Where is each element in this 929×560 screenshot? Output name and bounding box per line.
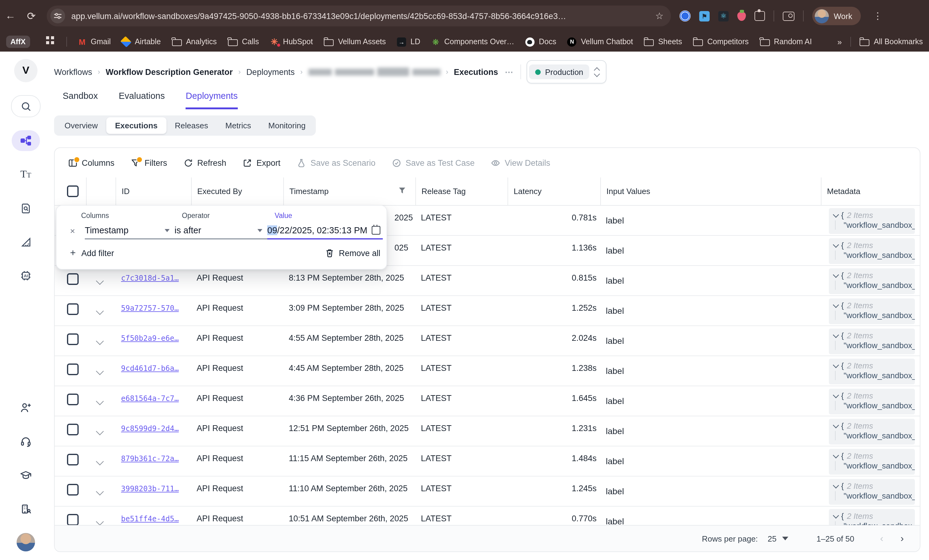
sidebar-item-support[interactable] [12, 431, 40, 452]
subtab-monitoring[interactable]: Monitoring [260, 117, 314, 134]
user-avatar[interactable] [17, 533, 35, 551]
sidebar-item-ai-models[interactable]: AI [12, 265, 40, 286]
environment-select[interactable]: Production [527, 60, 606, 84]
side-search-icon[interactable] [783, 11, 794, 21]
execution-id-link[interactable]: be51ff4e-4d5… [121, 514, 179, 523]
breadcrumb-overflow-button[interactable]: ⋯ [505, 67, 514, 77]
execution-id-link[interactable]: 9c8599d9-2d4… [121, 424, 179, 433]
subtab-executions[interactable]: Executions [106, 117, 166, 134]
filter-operator-select[interactable]: is after [175, 222, 267, 239]
columns-button[interactable]: Columns [68, 158, 115, 167]
breadcrumb-workflow-name[interactable]: Workflow Description Generator [106, 67, 233, 77]
sidebar-item-documents[interactable] [12, 198, 40, 219]
add-filter-button[interactable]: +Add filter [70, 248, 114, 259]
save-as-scenario-button[interactable]: Save as Scenario [297, 158, 376, 167]
metadata-json-preview[interactable]: {2 Items "workflow_sandbox_ [829, 359, 915, 384]
row-checkbox[interactable] [67, 393, 79, 405]
vellum-logo[interactable]: V [14, 59, 37, 82]
json-collapse-icon[interactable] [833, 211, 839, 217]
sidebar-item-organization[interactable] [12, 499, 40, 519]
tab-deployments[interactable]: Deployments [185, 91, 238, 109]
header-executed-by[interactable]: Executed By [191, 177, 283, 205]
apps-grid-icon[interactable] [46, 36, 49, 39]
metadata-json-preview[interactable]: {2 Items "workflow_sandbox_ [829, 449, 915, 475]
json-collapse-icon[interactable] [833, 482, 839, 488]
bookmark-item[interactable]: Calls [228, 37, 259, 46]
sidebar-item-invite[interactable] [12, 397, 40, 418]
bookmark-item[interactable]: Vellum Chatbot [567, 37, 633, 46]
metadata-json-preview[interactable]: {2 Items "workflow_sandbox_ [829, 268, 915, 294]
json-collapse-icon[interactable] [833, 332, 839, 338]
execution-id-link[interactable]: 879b361c-72a… [121, 454, 179, 463]
json-collapse-icon[interactable] [833, 301, 839, 308]
execution-id-link[interactable]: c7c3018d-5a1… [121, 274, 179, 283]
site-settings-icon[interactable] [51, 9, 65, 23]
expand-chevron-icon[interactable] [96, 337, 104, 345]
bookmark-item[interactable]: LD [397, 37, 420, 46]
filters-button[interactable]: Filters [131, 158, 167, 167]
row-checkbox[interactable] [67, 334, 79, 345]
sidebar-item-evaluations[interactable] [12, 231, 40, 252]
header-latency[interactable]: Latency [507, 177, 600, 205]
sidebar-item-workflows[interactable] [12, 130, 40, 151]
select-all-checkbox[interactable] [67, 185, 79, 197]
next-page-button[interactable]: › [900, 533, 904, 544]
execution-id-link[interactable]: 59a72757-570… [121, 304, 179, 312]
header-input-values[interactable]: Input Values [600, 177, 821, 205]
filter-column-select[interactable]: Timestamp [85, 222, 175, 239]
expand-chevron-icon[interactable] [96, 518, 104, 525]
expand-chevron-icon[interactable] [96, 307, 104, 315]
export-button[interactable]: Export [243, 158, 281, 167]
expand-chevron-icon[interactable] [96, 397, 104, 405]
metadata-json-preview[interactable]: {2 Items "workflow_sandbox_ [829, 298, 915, 324]
breadcrumb-workflows[interactable]: Workflows [54, 67, 92, 77]
datetime-selected-segment[interactable]: 09 [267, 225, 277, 235]
execution-id-link[interactable]: 3998203b-711… [121, 485, 179, 493]
row-checkbox[interactable] [67, 484, 79, 496]
flag-extension-icon[interactable]: ⚑ [699, 11, 710, 21]
json-collapse-icon[interactable] [833, 392, 839, 398]
header-id[interactable]: ID [115, 177, 191, 205]
address-bar[interactable]: app.vellum.ai/workflow-sandboxes/9a49742… [47, 6, 671, 26]
bookmarks-overflow-icon[interactable]: » [837, 37, 842, 46]
header-timestamp[interactable]: Timestamp [283, 177, 415, 205]
bookmark-item[interactable]: Sheets [644, 37, 682, 46]
expand-chevron-icon[interactable] [96, 488, 104, 495]
tab-sandbox[interactable]: Sandbox [63, 91, 98, 109]
bookmark-item[interactable]: Competitors [693, 37, 749, 46]
onepassword-extension-icon[interactable] [679, 11, 691, 21]
breadcrumb-redacted-item[interactable] [308, 67, 440, 76]
json-collapse-icon[interactable] [833, 452, 839, 458]
bookmark-star-icon[interactable]: ☆ [655, 11, 664, 21]
remove-filter-icon[interactable]: × [70, 226, 81, 236]
execution-id-link[interactable]: 5f50b2a9-e6e… [121, 334, 179, 343]
bookmark-item[interactable]: Vellum Assets [324, 37, 386, 46]
execution-id-link[interactable]: 9cd461d7-b6a… [121, 364, 179, 373]
previous-page-button[interactable]: ‹ [880, 533, 883, 544]
metadata-json-preview[interactable]: {2 Items "workflow_sandbox_ [829, 479, 915, 505]
row-checkbox[interactable] [67, 364, 79, 375]
metadata-json-preview[interactable]: {2 Items "workflow_sandbox_ [829, 208, 915, 234]
bookmark-item[interactable]: Docs [525, 37, 556, 46]
json-collapse-icon[interactable] [833, 512, 839, 518]
header-metadata[interactable]: Metadata [821, 177, 920, 205]
row-checkbox[interactable] [67, 514, 79, 526]
metadata-json-preview[interactable]: {2 Items "workflow_sandbox_ [829, 419, 915, 445]
expand-chevron-icon[interactable] [96, 427, 104, 435]
reload-button[interactable]: ⟳ [21, 9, 42, 22]
browser-menu-icon[interactable]: ⋮ [873, 11, 882, 21]
affx-bookmark[interactable]: AffX [6, 36, 30, 48]
sidebar-item-search[interactable] [11, 95, 41, 117]
filter-value-input[interactable]: 09/22/2025, 02:35:13 PM [267, 222, 383, 239]
bookmark-item[interactable]: Random AI [760, 37, 812, 46]
bookmark-item[interactable]: Gmail [78, 37, 110, 46]
timestamp-filter-icon[interactable] [399, 187, 406, 196]
subtab-overview[interactable]: Overview [56, 117, 106, 134]
rows-per-page-select[interactable]: 25 [768, 534, 788, 543]
profile-button[interactable]: Work [812, 7, 861, 25]
sidebar-item-academy[interactable] [12, 465, 40, 486]
row-checkbox[interactable] [67, 303, 79, 315]
calendar-icon[interactable] [372, 226, 380, 234]
metadata-json-preview[interactable]: {2 Items "workflow_sandbox_ [829, 238, 915, 264]
breadcrumb-executions[interactable]: Executions [454, 67, 498, 77]
